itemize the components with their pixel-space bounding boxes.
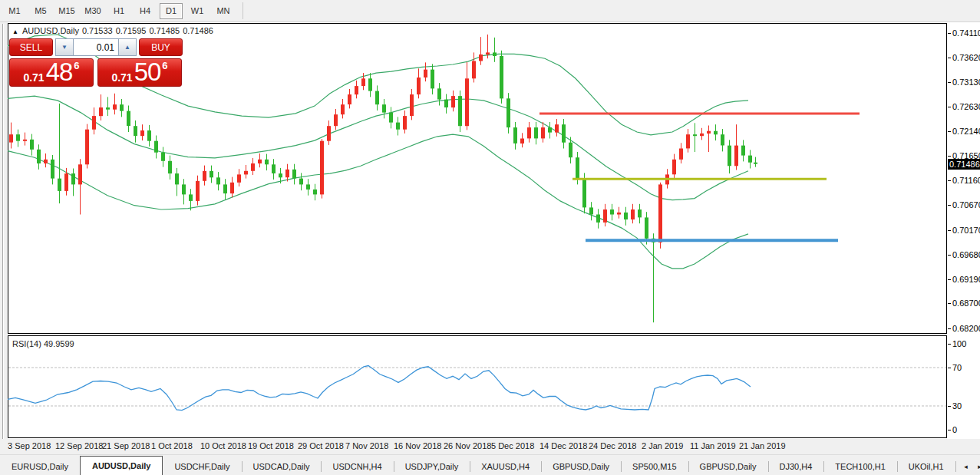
tab-audusd-daily[interactable]: AUDUSD,Daily [80,456,163,475]
mt4-window: M1M5M15M30H1H4D1W1MN ▲AUDUSD,Daily0.7153… [0,0,980,475]
timeframe-button-h1[interactable]: H1 [107,3,130,19]
axis-tick-label: 0.69190 [952,275,980,284]
date-label: 5 Dec 2018 [491,441,534,450]
tab-usdcnh-h4[interactable]: USDCNH,H4 [321,458,393,475]
current-price-tag: 0.71486 [948,159,980,170]
sell-price-pip: 6 [74,62,79,70]
date-label: 14 Dec 2018 [539,441,587,450]
tab-scroll-left-icon[interactable]: ◂ [959,460,973,473]
tab-scroll-arrows: ◂▸ [955,458,980,475]
buy-price-prefix: 0.71 [111,71,132,84]
buy-price-pip: 6 [162,62,167,70]
date-label: 2 Jan 2019 [642,441,683,450]
tab-gbpusd-daily[interactable]: GBPUSD,Daily [541,458,621,475]
date-label: 1 Oct 2018 [151,441,193,450]
volume-stepper: ▼ ▲ [55,38,137,56]
timeframe-button-h4[interactable]: H4 [134,3,157,19]
axis-tick [948,255,951,256]
timeframe-button-m1[interactable]: M1 [3,3,26,19]
rsi-label: RSI(14) 49.9599 [12,339,74,348]
axis-tick [948,279,951,280]
axis-tick [948,131,951,132]
tab-usdjpy-daily[interactable]: USDJPY,Daily [394,458,470,475]
date-label: 24 Dec 2018 [589,441,636,450]
left-gutter [0,22,8,454]
axis-tick [948,156,951,157]
tab-xauusd-h4[interactable]: XAUUSD,H4 [470,458,541,475]
axis-tick [948,344,951,345]
sell-price-box[interactable]: 0.71 48 6 [9,58,94,87]
axis-tick-label: 0.72140 [952,127,980,136]
axis-tick [948,82,951,83]
tab-tech100-h1[interactable]: TECH100,H1 [823,458,896,475]
tab-usdcad-daily[interactable]: USDCAD,Daily [242,458,322,475]
axis-tick-label: 0.70670 [952,200,980,209]
toolbar-separator [243,2,243,19]
date-label: 21 Sep 2018 [102,441,150,450]
axis-tick-label: 0.71160 [952,176,980,185]
ohlc-close: 0.71486 [183,26,213,35]
date-label: 3 Sep 2018 [8,441,51,450]
date-label: 16 Nov 2018 [394,441,441,450]
chart-title: ▲AUDUSD,Daily0.715330.715950.714850.7148… [12,26,216,35]
axis-tick [948,33,951,34]
ohlc-high: 0.71595 [116,26,147,35]
axis-tick-label: 0 [952,425,957,434]
tab-sp500-m15[interactable]: SP500,M15 [621,458,688,475]
axis-tick-label: 100 [952,339,966,348]
buy-button[interactable]: BUY [139,38,183,56]
axis-tick [948,205,951,206]
symbol-label: AUDUSD,Daily [22,26,79,35]
tab-eurusd-daily[interactable]: EURUSD,Daily [0,458,80,475]
ohlc-open: 0.71533 [82,26,113,35]
tab-ukoil-h1[interactable]: UKOil,H1 [897,458,955,475]
axis-tick-label: 0.69680 [952,250,980,259]
date-label: 10 Oct 2018 [200,441,246,450]
timeframe-button-mn[interactable]: MN [212,3,235,19]
axis-tick [948,107,951,107]
axis-tick-label: 0.73620 [952,53,980,62]
buy-price-big: 50 [134,61,161,84]
axis-tick-label: 30 [952,401,962,411]
timeframe-button-w1[interactable]: W1 [186,3,209,19]
sell-button[interactable]: SELL [9,38,53,56]
tab-dj30-h4[interactable]: DJ30,H4 [768,458,824,475]
buy-price-box[interactable]: 0.71 50 6 [97,58,182,87]
date-label: 11 Jan 2019 [690,441,736,450]
timeframe-button-m5[interactable]: M5 [29,3,52,19]
axis-tick [948,230,951,231]
one-click-trading-panel: SELL ▼ ▲ BUY 0.71 48 6 0.71 50 6 [9,38,183,87]
ohlc-low: 0.71485 [149,26,180,35]
date-label: 7 Nov 2018 [345,441,388,450]
timeframe-button-m30[interactable]: M30 [81,3,104,19]
sell-price-prefix: 0.71 [23,71,44,84]
volume-down-icon[interactable]: ▼ [55,38,74,56]
timeframe-button-d1[interactable]: D1 [160,3,183,19]
volume-up-icon[interactable]: ▲ [118,38,137,56]
sell-price-big: 48 [46,61,73,84]
date-label: 21 Jan 2019 [739,441,786,450]
axis-tick [948,328,951,329]
date-label: 29 Oct 2018 [298,441,344,450]
date-label: 26 Nov 2018 [444,441,491,450]
axis-tick [948,303,951,304]
axis-tick-label: 70 [952,363,962,372]
time-axis[interactable]: 3 Sep 201812 Sep 201821 Sep 20181 Oct 20… [0,439,980,454]
axis-tick [948,180,951,181]
axis-tick [948,430,951,430]
tab-separator [955,461,956,472]
tab-scroll-right-icon[interactable]: ▸ [973,460,980,473]
timeframe-toolbar: M1M5M15M30H1H4D1W1MN [0,0,980,22]
tab-usdchf-daily[interactable]: USDCHF,Daily [163,458,241,475]
axis-tick-label: 0.68700 [952,299,980,308]
timeframe-button-m15[interactable]: M15 [55,3,78,19]
symbol-marker-icon: ▲ [12,28,18,35]
symbol-tab-bar: EURUSD,DailyAUDUSD,DailyUSDCHF,DailyUSDC… [0,454,980,475]
volume-input[interactable] [74,38,118,56]
axis-tick [948,406,951,407]
splitter-handle[interactable] [2,24,4,452]
axis-tick [948,58,951,58]
rsi-indicator-panel[interactable] [8,335,947,438]
tab-gbpusd-daily[interactable]: GBPUSD,Daily [688,458,768,475]
axis-tick-label: 0.70170 [952,226,980,235]
